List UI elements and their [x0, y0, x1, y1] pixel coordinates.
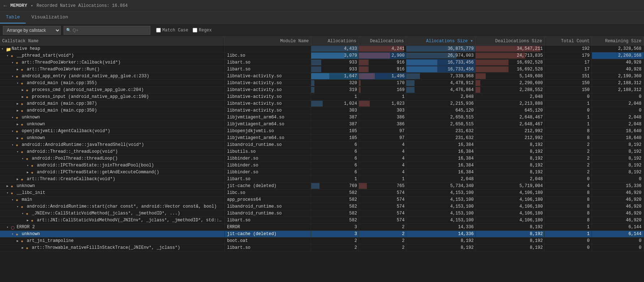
table-row[interactable]: ▶◈art::ThreadPoolWorker::Run()libart.so9… [0, 66, 644, 73]
table-row[interactable]: ▶◈process_input (android_native_app_glue… [0, 94, 644, 100]
dealloc-size-cell: 8,192 [475, 224, 544, 231]
table-row[interactable]: ▾◈android::PoolThread::threadLoop()libbi… [0, 155, 644, 162]
table-row[interactable]: ▶◈art::Throwable_nativeFillInStackTrace(… [0, 244, 644, 251]
alloc-size-value: 14,336 [458, 225, 473, 230]
dealloc-size-value: 2,648,467 [519, 122, 543, 127]
match-case-checkbox[interactable] [156, 28, 161, 32]
table-row[interactable]: ▶◈art::Thread::CreateCallback(void*)liba… [0, 176, 644, 183]
alloc-cell: 387 [311, 114, 359, 121]
callstack-cell: ▶◈android::IPCThreadState::getAndExecute… [0, 169, 225, 176]
expand-icon[interactable]: ▶ [17, 239, 21, 243]
expand-icon[interactable]: ▾ [12, 61, 16, 65]
alloc-value: 933 [349, 67, 357, 72]
table-row[interactable]: ▶◈process_cmd (android_native_app_glue.c… [0, 87, 644, 94]
table-row[interactable]: ▾◈unknownlibjvmtiagent_arm64.so3873862,6… [0, 114, 644, 121]
expand-icon[interactable]: ▶ [17, 122, 21, 126]
expand-icon[interactable]: ▶ [17, 136, 21, 140]
expand-icon[interactable]: ▶ [17, 109, 21, 113]
expand-icon[interactable]: ▶ [17, 177, 21, 181]
regex-checkbox[interactable] [193, 28, 197, 32]
table-row[interactable]: ▾◈android_main (main.cpp:355)libnative-a… [0, 80, 644, 87]
expand-icon[interactable]: ▾ [7, 225, 11, 229]
total-count-cell: 2 [544, 169, 592, 176]
table-row[interactable]: ▾◈__pthread_start(void*)libc.so3,0792,90… [0, 52, 644, 59]
expand-icon[interactable]: ▾ [17, 81, 21, 85]
table-row[interactable]: ▾◈android::AndroidRuntime::javaThreadShe… [0, 142, 644, 148]
table-row[interactable]: ▾◈android::Thread::_threadLoop(void*)lib… [0, 148, 644, 155]
table-row[interactable]: ▶◈unknownlibjvmtiagent_arm64.so3873862,6… [0, 121, 644, 128]
remaining-size-cell: 2,260,168 [592, 52, 644, 59]
expand-icon[interactable]: ▾ [7, 54, 11, 58]
expand-icon[interactable]: ▶ [17, 68, 21, 71]
expand-icon[interactable]: ▾ [12, 143, 16, 147]
callstack-name: android::IPCThreadState::joinThreadPool(… [37, 163, 154, 168]
expand-icon[interactable]: ▾ [17, 205, 21, 209]
tab-visualization[interactable]: Visualization [26, 12, 74, 23]
expand-icon[interactable]: ▾ [7, 191, 11, 195]
table-row[interactable]: ▾⬡ERROR 2ERROR3214,3368,19216,144 [0, 224, 644, 231]
table-row[interactable]: ▶◈android_main (main.cpp:387)libnative-a… [0, 100, 644, 107]
expand-icon[interactable]: ▾ [17, 150, 21, 154]
alloc-size-cell: 231,632 [406, 128, 475, 135]
table-row[interactable]: ▾◈android::AndroidRuntime::start(char co… [0, 203, 644, 210]
expand-icon[interactable]: ▾ [12, 198, 16, 202]
expand-icon[interactable]: ▾ [12, 74, 16, 78]
alloc-size-value: 8,192 [461, 245, 474, 250]
col-header-callstack[interactable]: Callstack Name [0, 37, 225, 45]
table-row[interactable]: ▾📁Native heap4,4334,24136,875,77934,547,… [0, 45, 644, 52]
table-row[interactable]: ▾◈art::ThreadPoolWorker::Callback(void*)… [0, 59, 644, 66]
expand-icon[interactable]: ▾ [12, 232, 16, 236]
col-header-alloc-size[interactable]: Allocations Size ▾ [406, 37, 475, 45]
expand-icon[interactable]: ▶ [27, 218, 31, 222]
tab-table[interactable]: Table [0, 12, 26, 23]
module-cell: libbinder.so [225, 169, 311, 176]
col-header-remaining[interactable]: Remaining Size [592, 37, 644, 45]
table-row[interactable]: ▶◈unknownlibjvmtiagent_arm64.so10597231,… [0, 135, 644, 142]
alloc-size-value: 645,120 [455, 108, 473, 113]
tab-bar: Table Visualization [0, 12, 644, 24]
expand-icon[interactable]: ▾ [22, 212, 26, 216]
expand-icon[interactable]: ▾ [1, 47, 6, 51]
alloc-cell: 2 [311, 244, 359, 251]
table-row[interactable]: ▾◈mainapp_process645825744,153,1004,106,… [0, 196, 644, 203]
table-row[interactable]: ▶◈art::JNI::CallStaticVoidMethodV(_JNIEn… [0, 217, 644, 224]
col-header-dealloc-size[interactable]: Deallocations Size [475, 37, 544, 45]
app-dropdown-arrow[interactable]: ▾ [31, 4, 33, 8]
expand-icon[interactable]: ▶ [22, 95, 26, 99]
expand-icon[interactable]: ▶ [7, 184, 11, 188]
module-cell: libc.so [225, 52, 311, 59]
arrange-by-select[interactable]: Arrange by callstack [3, 26, 61, 35]
dealloc-cell: 1,496 [359, 73, 406, 80]
total-count-cell: 2 [544, 148, 592, 155]
func-icon: ◈ [21, 239, 26, 243]
callstack-cell: ▾◈art::ThreadPoolWorker::Callback(void*) [0, 59, 225, 66]
table-row[interactable]: ▾◈__libc_initlibc.so5825744,153,1004,106… [0, 190, 644, 196]
expand-icon[interactable]: ▾ [22, 157, 26, 161]
search-input[interactable] [73, 28, 145, 33]
table-row[interactable]: ▾◈unknownjit-cache (deleted)3214,3368,19… [0, 231, 644, 238]
col-header-module[interactable]: Module Name [225, 37, 311, 45]
col-header-dealloc[interactable]: Deallocations [359, 37, 406, 45]
expand-icon[interactable]: ▾ [12, 129, 16, 133]
table-row[interactable]: ▾◈openjdkjvmti::AgentCallback(void*)libo… [0, 128, 644, 135]
expand-icon[interactable]: ▶ [22, 246, 26, 250]
table-row[interactable]: ▶◈unknownjit-cache (deleted)7697655,734,… [0, 183, 644, 190]
expand-icon[interactable]: ▾ [27, 164, 31, 168]
table-row[interactable]: ▾◈_JNIEnv::CallStaticVoidMethod(_jclass*… [0, 210, 644, 217]
table-row[interactable]: ▶◈android::IPCThreadState::getAndExecute… [0, 169, 644, 176]
table-row[interactable]: ▾◈android::IPCThreadState::joinThreadPoo… [0, 162, 644, 169]
expand-icon[interactable]: ▶ [17, 102, 21, 106]
table-row[interactable]: ▶◈android_main (main.cpp:350)libnative-a… [0, 107, 644, 114]
col-header-alloc[interactable]: Allocations [311, 37, 359, 45]
expand-icon[interactable]: ▶ [27, 170, 31, 174]
table-row[interactable]: ▾◈android_app_entry (android_native_app_… [0, 73, 644, 80]
expand-icon[interactable]: ▶ [22, 88, 26, 92]
back-button[interactable]: ← [4, 3, 7, 9]
expand-icon[interactable]: ▾ [12, 116, 16, 120]
dealloc-cell: 303 [359, 107, 406, 114]
table-row[interactable]: ▶◈art_jni_trampolineboot.oat228,1928,192… [0, 238, 644, 244]
col-header-total[interactable]: Total Count [544, 37, 592, 45]
dealloc-cell: 916 [359, 66, 406, 73]
dealloc-value: 4 [402, 142, 404, 147]
remaining-size-cell: 46,920 [592, 203, 644, 210]
